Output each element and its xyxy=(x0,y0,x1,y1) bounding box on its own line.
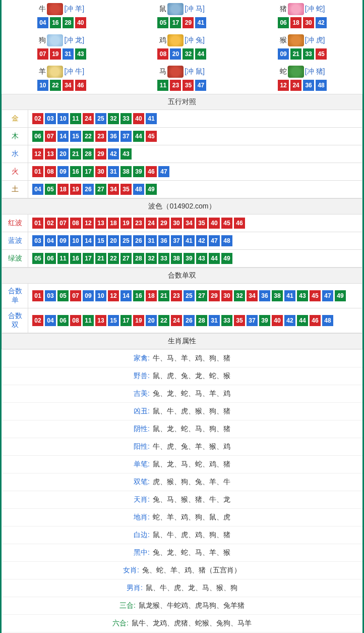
number-11: 11 xyxy=(57,253,69,264)
attr-value: 兔、马、猴、猪、牛、龙 xyxy=(153,495,230,503)
wuxing-title: 五行对照 xyxy=(2,94,362,110)
attr-row: 凶丑: 鼠、牛、虎、猴、狗、猪 xyxy=(2,402,362,420)
zodiac-icon xyxy=(288,3,304,15)
number-46: 46 xyxy=(75,80,86,91)
number-18: 18 xyxy=(290,17,301,28)
heshu-title: 合数单双 xyxy=(2,268,362,284)
row-label: 水 xyxy=(2,145,28,163)
table-row: 合数单0103050709101214161821232527293032343… xyxy=(2,284,362,308)
number-39: 39 xyxy=(184,253,195,264)
number-39: 39 xyxy=(259,315,270,326)
number-02: 02 xyxy=(32,315,43,326)
attr-value: 鼠、牛、虎、猴、狗、猪 xyxy=(153,407,230,415)
number-10: 10 xyxy=(70,235,81,246)
zodiac-numbers: 07193143 xyxy=(2,48,122,60)
number-02: 02 xyxy=(45,218,56,229)
number-14: 14 xyxy=(120,290,132,301)
row-label: 绿波 xyxy=(2,250,28,268)
number-25: 25 xyxy=(95,113,106,124)
zodiac-name: 马 xyxy=(159,67,166,76)
number-26: 26 xyxy=(83,184,94,195)
number-22: 22 xyxy=(50,80,61,91)
zodiac-icon xyxy=(167,34,184,46)
number-47: 47 xyxy=(322,290,333,301)
number-26: 26 xyxy=(133,235,144,246)
zodiac-numbers: 11233547 xyxy=(122,80,242,91)
number-07: 07 xyxy=(70,290,81,301)
number-48: 48 xyxy=(322,315,333,326)
number-16: 16 xyxy=(133,290,144,301)
zodiac-numbers: 06183042 xyxy=(242,17,362,28)
number-43: 43 xyxy=(120,148,132,160)
number-33: 33 xyxy=(221,315,232,326)
zodiac-icon xyxy=(167,66,184,78)
number-44: 44 xyxy=(195,48,206,60)
number-49: 49 xyxy=(221,253,232,264)
number-43: 43 xyxy=(75,48,86,60)
number-38: 38 xyxy=(171,253,182,264)
number-20: 20 xyxy=(57,148,69,160)
attr-row: 男肖: 鼠、牛、虎、龙、马、猴、狗 xyxy=(2,579,362,597)
row-numbers: 05061116172122272832333839434449 xyxy=(28,250,362,268)
row-label: 蓝波 xyxy=(2,232,28,250)
number-21: 21 xyxy=(290,48,301,60)
attr-row: 单笔: 鼠、龙、马、蛇、鸡、猪 xyxy=(2,455,362,473)
number-29: 29 xyxy=(95,148,106,160)
number-48: 48 xyxy=(316,80,327,91)
number-34: 34 xyxy=(184,218,195,229)
number-12: 12 xyxy=(108,290,119,301)
attr-row: 阳性: 牛、虎、兔、羊、猴、鸡 xyxy=(2,438,362,455)
number-30: 30 xyxy=(95,166,106,177)
number-45: 45 xyxy=(146,131,157,142)
number-48: 48 xyxy=(221,235,232,246)
row-label: 红波 xyxy=(2,215,28,232)
number-06: 06 xyxy=(278,17,289,28)
number-42: 42 xyxy=(316,17,327,28)
number-24: 24 xyxy=(83,113,94,124)
number-04: 04 xyxy=(32,184,43,195)
zodiac-icon xyxy=(47,66,63,78)
number-14: 14 xyxy=(83,235,94,246)
number-08: 08 xyxy=(157,48,168,60)
attr-row: 六合: 鼠牛、龙鸡、虎猪、蛇猴、兔狗、马羊 xyxy=(2,614,362,632)
number-49: 49 xyxy=(146,184,157,195)
zodiac-numbers: 04162840 xyxy=(2,17,122,28)
attr-value: 兔、龙、蛇、马、羊、猴 xyxy=(153,548,230,556)
attr-row: 双笔: 虎、猴、狗、兔、羊、牛 xyxy=(2,473,362,491)
number-32: 32 xyxy=(108,113,119,124)
attr-value: 兔、蛇、羊、鸡、猪（五宫肖） xyxy=(142,566,241,574)
number-12: 12 xyxy=(278,80,289,91)
number-15: 15 xyxy=(108,315,119,326)
number-16: 16 xyxy=(70,166,81,177)
number-36: 36 xyxy=(158,235,169,246)
attr-value: 虎、猴、狗、兔、羊、牛 xyxy=(153,478,230,486)
number-21: 21 xyxy=(70,148,81,160)
number-41: 41 xyxy=(146,113,157,124)
zodiac-name: 鸡 xyxy=(159,36,166,45)
number-17: 17 xyxy=(120,315,132,326)
number-46: 46 xyxy=(234,218,245,229)
attr-value: 鼠、龙、蛇、马、狗、猪 xyxy=(153,425,230,433)
number-24: 24 xyxy=(290,80,301,91)
zodiac-name: 猴 xyxy=(280,36,287,45)
number-12: 12 xyxy=(32,148,43,160)
number-29: 29 xyxy=(158,218,169,229)
number-06: 06 xyxy=(45,253,56,264)
number-03: 03 xyxy=(45,113,56,124)
number-27: 27 xyxy=(95,184,106,195)
table-row: 土04051819262734354849 xyxy=(2,181,362,198)
row-numbers: 1213202128294243 xyxy=(28,145,362,163)
number-41: 41 xyxy=(284,290,295,301)
table-row: 合数双0204060811131517192022242628313335373… xyxy=(2,308,362,333)
number-23: 23 xyxy=(170,80,181,91)
number-26: 26 xyxy=(184,315,195,326)
attr-label: 单笔: xyxy=(134,460,152,468)
row-label: 金 xyxy=(2,110,28,128)
number-09: 09 xyxy=(83,290,94,301)
zodiac-numbers: 12243648 xyxy=(242,80,362,91)
number-04: 04 xyxy=(37,17,48,28)
number-18: 18 xyxy=(146,290,157,301)
attr-label: 白边: xyxy=(134,531,152,539)
attr-row: 白边: 鼠、牛、虎、鸡、狗、猪 xyxy=(2,526,362,544)
attr-row: 天肖: 兔、马、猴、猪、牛、龙 xyxy=(2,491,362,508)
